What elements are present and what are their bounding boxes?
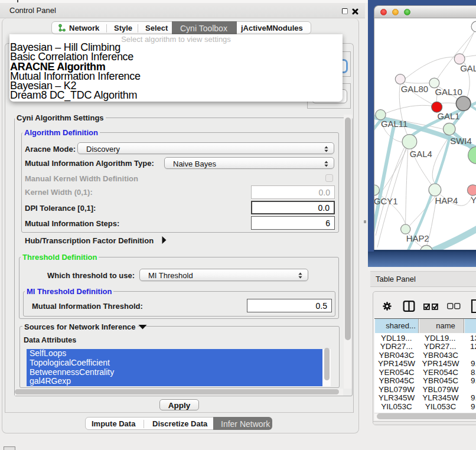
svg-text:GCY1: GCY1 [374,197,398,206]
svg-text:HAP4: HAP4 [435,196,458,206]
svg-text:GAL80: GAL80 [401,84,428,94]
svg-text:Y: Y [471,195,476,205]
svg-text:GAL: GAL [460,64,476,73]
svg-text:GAL10: GAL10 [435,87,462,97]
svg-text:GAL4: GAL4 [410,149,432,159]
svg-text:GAL11: GAL11 [381,119,407,129]
svg-text:GAL1: GAL1 [437,112,459,121]
svg-text:HAP2: HAP2 [406,234,429,243]
svg-text:SWI4: SWI4 [450,136,471,146]
